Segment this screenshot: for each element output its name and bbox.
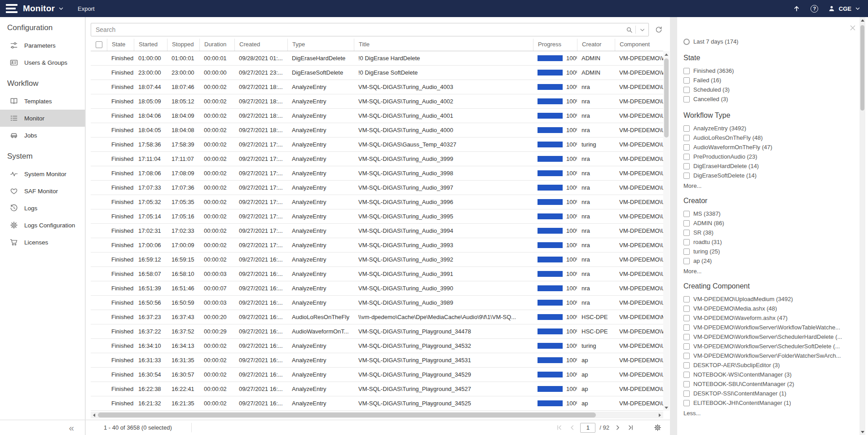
close-filter-button[interactable] [849,24,856,31]
table-row[interactable]: Finished 16:37:23 16:37:43 00:00:20 09/2… [91,310,663,324]
column-header-started[interactable]: Started [134,39,167,51]
table-row[interactable]: Finished 17:05:14 17:05:16 00:00:02 09/2… [91,209,663,224]
table-row[interactable]: Finished 18:07:44 18:07:46 00:00:02 09/2… [91,80,663,94]
sidebar-item-monitor[interactable]: Monitor [0,110,85,127]
filter-option-turing-25[interactable]: turing (25) [683,247,853,256]
table-row[interactable]: Finished 16:51:39 16:51:46 00:00:07 09/2… [91,281,663,296]
last-page-button[interactable] [626,423,635,433]
table-row[interactable]: Finished 23:00:00 23:00:00 00:00:00 09/2… [91,66,663,80]
table-row[interactable]: Finished 16:22:38 16:22:41 00:00:02 09/2… [91,382,663,396]
column-header-title[interactable]: Title [354,39,533,51]
sidebar-item-logs[interactable]: Logs [0,200,85,217]
app-title-menu[interactable]: Monitor [23,4,64,13]
sidebar-item-licenses[interactable]: Licenses [0,234,85,251]
page-number-input[interactable] [580,423,595,433]
select-all-checkbox[interactable] [96,41,102,48]
table-settings-button[interactable] [652,422,663,433]
filter-option-vm-dpedemo-uploadmedium-3492[interactable]: VM-DPEDEMO\UploadMedium (3492) [683,294,853,304]
filter-option-vm-dpedemo-workflowserver-workflowtablew[interactable]: VM-DPEDEMO\WorkflowServer\WorkflowTableW… [683,323,853,332]
search-input[interactable] [91,26,623,33]
table-row[interactable]: Finished 18:04:05 18:04:08 00:00:02 09/2… [91,123,663,138]
table-horizontal-scrollbar[interactable] [91,412,663,418]
sidebar-item-saf-monitor[interactable]: SAF Monitor [0,182,85,200]
column-header-state[interactable]: State [107,39,134,51]
sidebar-item-system-monitor[interactable]: System Monitor [0,165,85,182]
filter-more-link[interactable]: More... [683,182,853,189]
table-vertical-scrollbar[interactable] [663,51,670,411]
previous-page-button[interactable] [567,423,577,433]
filter-option-vm-dpedemo-workflowserver-schedulerhardd[interactable]: VM-DPEDEMO\WorkflowServer\SchedulerHardD… [683,332,853,342]
table-row[interactable]: Finished 01:00:00 01:00:01 00:00:01 09/2… [91,51,663,66]
refresh-button[interactable] [652,23,666,36]
sidebar-item-users-groups[interactable]: Users & Groups [0,54,85,71]
table-row[interactable]: Finished 16:37:22 16:37:52 00:00:29 09/2… [91,324,663,339]
filter-option-analyzeentry-3492[interactable]: AnalyzeEntry (3492) [683,124,853,133]
filter-option-failed-16[interactable]: Failed (16) [683,75,853,85]
table-row[interactable]: Finished 16:21:32 16:21:35 00:00:02 09/2… [91,396,663,411]
table-row[interactable]: Finished 18:05:09 18:05:12 00:00:02 09/2… [91,94,663,109]
scroll-top-button[interactable] [792,4,802,13]
filter-scrollbar[interactable] [859,17,865,435]
filter-option-scheduled-3[interactable]: Scheduled (3) [683,85,853,94]
filter-option-admin-86[interactable]: ADMIN (86) [683,218,853,228]
filter-option-finished-3636[interactable]: Finished (3636) [683,66,853,75]
table-row[interactable]: Finished 17:08:06 17:08:09 00:00:02 09/2… [91,166,663,181]
scroll-down-button[interactable] [859,429,865,435]
table-row[interactable]: Finished 17:11:04 17:11:07 00:00:02 09/2… [91,152,663,166]
filter-option-digerasesoftdelete-14[interactable]: DigEraseSoftDelete (14) [683,171,853,180]
table-row[interactable]: Finished 17:07:33 17:07:36 00:00:02 09/2… [91,181,663,195]
table-row[interactable]: Finished 16:59:12 16:59:15 00:00:02 09/2… [91,253,663,267]
filter-option-audiowaveformonthefly-47[interactable]: AudioWaveformOnTheFly (47) [683,142,853,152]
column-header-duration[interactable]: Duration [199,39,234,51]
filter-option-desktop-aer-subclipeditor-3[interactable]: DESKTOP-AER\SubclipEditor (3) [683,360,853,370]
filter-option-roadtu-31[interactable]: roadtu (31) [683,237,853,247]
column-header-component[interactable]: Component [615,39,663,51]
filter-less-link[interactable]: Less... [683,410,853,417]
column-header-created[interactable]: Created [234,39,287,51]
scroll-right-button[interactable] [657,412,663,418]
filter-scroll-thumb[interactable] [860,25,864,111]
search-button[interactable] [623,23,635,36]
horizontal-scroll-thumb[interactable] [98,413,596,417]
filter-option-elitebook-jhi-contentmanager-1[interactable]: ELITEBOOK-JHI\ContentManager (1) [683,398,853,408]
table-row[interactable]: Finished 17:02:31 17:02:33 00:00:02 09/2… [91,224,663,238]
filter-option-notebook-sbu-contentmanager-2[interactable]: NOTEBOOK-SBU\ContentManager (2) [683,379,853,389]
column-header-type[interactable]: Type [287,39,354,51]
filter-more-link[interactable]: More... [683,268,853,275]
table-row[interactable]: Finished 16:34:10 16:34:13 00:00:02 09/2… [91,339,663,353]
filter-option-vm-dpedemo-waveform-ashx-47[interactable]: VM-DPEDEMO\Waveform.ashx (47) [683,313,853,323]
scroll-left-button[interactable] [91,412,97,418]
search-options-button[interactable] [636,23,648,36]
filter-option-preproductionaudio-23[interactable]: PreProductionAudio (23) [683,152,853,161]
collapse-sidebar-button[interactable]: « [69,423,74,432]
filter-option-sr-38[interactable]: SR (38) [683,228,853,237]
sidebar-item-templates[interactable]: Templates [0,93,85,110]
table-row[interactable]: Finished 18:04:06 18:04:09 00:00:02 09/2… [91,109,663,123]
table-row[interactable]: Finished 16:30:54 16:30:57 00:00:02 09/2… [91,368,663,382]
filter-option-ms-3387[interactable]: MS (3387) [683,209,853,218]
table-row[interactable]: Finished 16:58:07 16:58:10 00:00:03 09/2… [91,267,663,281]
next-page-button[interactable] [612,423,622,433]
table-row[interactable]: Finished 16:31:33 16:31:35 00:00:02 09/2… [91,353,663,368]
vertical-scroll-thumb[interactable] [664,58,669,138]
column-header-creator[interactable]: Creator [577,39,615,51]
filter-option-digeraseharddelete-14[interactable]: DigEraseHardDelete (14) [683,161,853,171]
table-row[interactable]: Finished 16:50:56 16:50:59 00:00:03 09/2… [91,296,663,310]
column-header-stopped[interactable]: Stopped [167,39,199,51]
sidebar-item-parameters[interactable]: Parameters [0,37,85,54]
help-button[interactable]: ? [810,4,820,13]
filter-option-audioloresonthefly-48[interactable]: AudioLoResOnTheFly (48) [683,133,853,142]
filter-option-ap-24[interactable]: ap (24) [683,256,853,266]
filter-option-vm-dpedemo-workflowserver-schedulersoftd[interactable]: VM-DPEDEMO\WorkflowServer\SchedulerSoftD… [683,342,853,351]
filter-option-vm-dpedemo-workflowserver-folderwatchers[interactable]: VM-DPEDEMO\WorkflowServer\FolderWatcherS… [683,351,853,360]
sidebar-item-logs-configuration[interactable]: Logs Configuration [0,217,85,234]
first-page-button[interactable] [554,423,564,433]
table-row[interactable]: Finished 17:58:36 17:58:39 00:00:02 09/2… [91,138,663,152]
table-row[interactable]: Finished 17:05:32 17:05:35 00:00:02 09/2… [91,195,663,209]
filter-option-desktop-ssi-contentmanager-1[interactable]: DESKTOP-SSI\ContentManager (1) [683,389,853,398]
filter-option-notebook-ws-contentmanager-3[interactable]: NOTEBOOK-WS\ContentManager (3) [683,370,853,379]
scroll-up-button[interactable] [663,51,670,58]
table-row[interactable]: Finished 17:00:06 17:00:09 00:00:02 09/2… [91,238,663,253]
app-menu-icon[interactable] [6,4,18,13]
scroll-down-button[interactable] [663,404,670,411]
